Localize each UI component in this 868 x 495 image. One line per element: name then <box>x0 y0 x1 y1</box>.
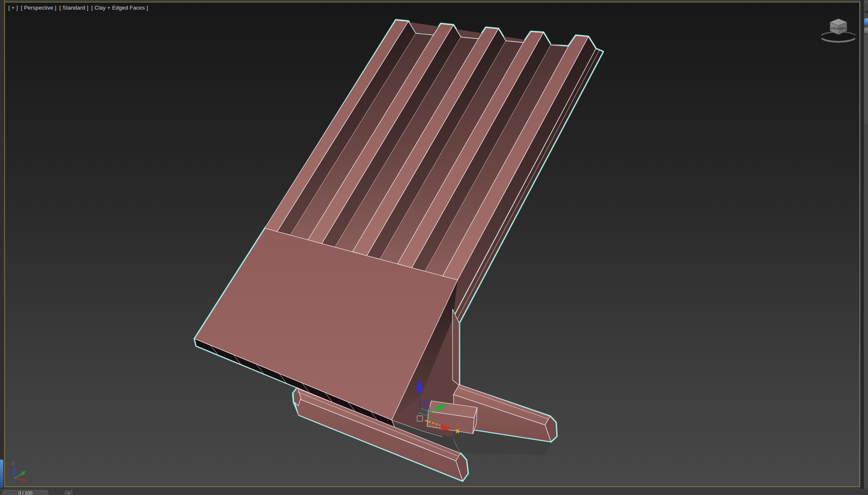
right-chrome-strip <box>861 0 868 495</box>
viewport-menu-pov[interactable]: [ Perspective ] <box>21 5 56 11</box>
viewcube[interactable]: TOP FRONT LEFT <box>820 19 856 42</box>
viewport-menu-shading[interactable]: [ Clay + Edged Faces ] <box>91 5 148 11</box>
gizmo-x-label: X <box>455 428 460 435</box>
panel-section <box>864 36 868 124</box>
viewport-menu-general[interactable]: [ + ] <box>8 5 18 11</box>
world-axis-z-label: z <box>12 460 15 466</box>
time-slider-thumb[interactable]: 0 / 100 <box>3 490 48 495</box>
viewcube-top-label: TOP <box>836 21 841 23</box>
viewport-label-bar: [ + ][ Perspective ][ Standard ][ Clay +… <box>8 5 151 11</box>
partial-blue-icon[interactable] <box>0 460 3 488</box>
world-axis-tripod: z <box>12 460 27 482</box>
partial-gray-button-icon[interactable] <box>864 28 868 33</box>
viewport-menu-standard[interactable]: [ Standard ] <box>59 5 88 11</box>
top-chrome-strip <box>0 0 868 2</box>
viewcube-left-label: LEFT <box>840 27 849 30</box>
perspective-viewport[interactable]: [ + ][ Perspective ][ Standard ][ Clay +… <box>4 2 860 487</box>
left-chrome-strip <box>0 0 4 495</box>
bottom-chrome-strip: 0 / 100 < <box>0 489 868 495</box>
viewport-canvas[interactable]: X z <box>0 0 868 495</box>
panel-grip-dots[interactable] <box>864 1 868 4</box>
command-panel-edge <box>864 0 868 495</box>
3dsmax-window: [ + ][ Perspective ][ Standard ][ Clay +… <box>0 0 868 495</box>
previous-frame-button[interactable]: < <box>65 490 73 495</box>
selected-object[interactable] <box>195 20 603 481</box>
partial-dash-icon[interactable] <box>865 11 868 13</box>
partial-blue-button-icon[interactable] <box>864 18 868 25</box>
